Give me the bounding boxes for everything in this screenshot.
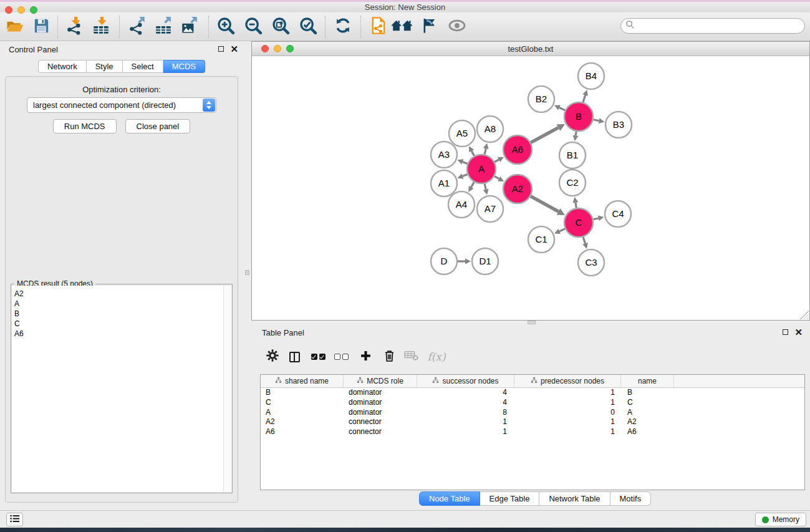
tab-network-table[interactable]: Network Table — [539, 491, 610, 506]
table-row-c[interactable]: Cdominator41C — [261, 398, 804, 408]
edge-B-B3[interactable] — [594, 118, 605, 123]
graph-node-C[interactable]: C — [564, 208, 593, 237]
window-resize-grip[interactable] — [800, 311, 809, 319]
edge-C-C1[interactable] — [554, 229, 565, 234]
zoom-in-button[interactable] — [215, 16, 237, 37]
node-table[interactable]: shared nameMCDS rolesuccessor nodesprede… — [260, 374, 805, 490]
edge-C-C3[interactable] — [582, 237, 588, 249]
close-panel-icon[interactable]: ✕ — [230, 46, 238, 52]
result-item-a6[interactable]: A6 — [14, 329, 231, 339]
graph-node-C3[interactable]: C3 — [578, 249, 604, 276]
run-mcds-button[interactable]: Run MCDS — [53, 119, 117, 133]
tab-edge-table[interactable]: Edge Table — [480, 491, 540, 506]
result-list-scrollbar[interactable] — [223, 286, 231, 492]
divider-handle[interactable] — [245, 270, 249, 275]
delete-column-button[interactable] — [379, 347, 399, 367]
show-hide-button[interactable] — [446, 16, 468, 37]
graph-node-B[interactable]: B — [564, 102, 593, 131]
export-network-button[interactable] — [126, 16, 148, 37]
edge-C-C4[interactable] — [593, 216, 604, 221]
new-network-from-file-button[interactable] — [367, 16, 390, 37]
graph-node-A[interactable]: A — [467, 155, 496, 183]
main-titlebar[interactable]: Session: New Session — [0, 2, 810, 12]
graph-node-D[interactable]: D — [431, 248, 457, 274]
export-table-button[interactable] — [152, 16, 175, 37]
zoom-out-button[interactable] — [242, 16, 264, 37]
column-header-mcds-role[interactable]: MCDS role — [344, 375, 417, 387]
import-network-button[interactable] — [64, 16, 86, 37]
column-header-predecessor-nodes[interactable]: predecessor nodes — [514, 375, 621, 387]
edge-A-A3[interactable] — [457, 159, 467, 164]
float-panel-icon[interactable] — [783, 329, 788, 335]
edge-C-C2[interactable] — [572, 197, 578, 208]
function-builder-button[interactable]: f(x) — [427, 347, 446, 367]
edge-B-B2[interactable] — [554, 105, 565, 110]
delete-table-button[interactable] — [402, 347, 422, 367]
criterion-dropdown[interactable]: largest connected component (directed) — [27, 97, 216, 113]
show-columns-button[interactable] — [284, 347, 304, 367]
tab-motifs[interactable]: Motifs — [610, 491, 652, 506]
close-panel-button[interactable]: Close panel — [125, 119, 191, 133]
result-item-c[interactable]: C — [14, 319, 231, 329]
graph-node-A2[interactable]: A2 — [503, 175, 532, 203]
table-row-a6[interactable]: A6connector11A6 — [261, 427, 804, 437]
graph-node-C4[interactable]: C4 — [605, 201, 631, 227]
edge-A-A2[interactable] — [494, 177, 504, 181]
graph-node-A8[interactable]: A8 — [477, 116, 503, 142]
result-item-a[interactable]: A — [14, 299, 231, 309]
add-column-button[interactable] — [355, 347, 375, 367]
graph-node-B3[interactable]: B3 — [605, 112, 632, 138]
edge-A2-C[interactable] — [531, 196, 565, 215]
tab-style[interactable]: Style — [87, 60, 123, 73]
edge-A-A7[interactable] — [483, 183, 489, 195]
memory-button[interactable]: Memory — [755, 513, 806, 526]
float-panel-icon[interactable] — [218, 46, 224, 52]
deselect-all-button[interactable] — [331, 347, 351, 367]
graph-node-A4[interactable]: A4 — [448, 191, 475, 218]
style-flag-button[interactable] — [418, 16, 441, 37]
task-history-button[interactable] — [6, 513, 23, 526]
tab-node-table[interactable]: Node Table — [419, 491, 480, 506]
table-row-b[interactable]: Bdominator41B — [261, 388, 804, 398]
column-header-successor-nodes[interactable]: successor nodes — [417, 375, 514, 387]
tab-mcds[interactable]: MCDS — [163, 60, 205, 73]
graph-node-C1[interactable]: C1 — [528, 226, 554, 253]
network-window-titlebar[interactable]: testGlobe.txt — [252, 42, 809, 56]
zoom-window-button[interactable] — [30, 6, 37, 14]
result-item-b[interactable]: B — [14, 309, 231, 319]
edge-A-A5[interactable] — [469, 146, 475, 156]
graph-node-A1[interactable]: A1 — [431, 170, 457, 196]
table-settings-button[interactable] — [263, 347, 282, 367]
graph-node-A3[interactable]: A3 — [431, 142, 457, 168]
close-view-button[interactable] — [261, 45, 269, 52]
search-input[interactable] — [635, 21, 804, 32]
graph-node-A6[interactable]: A6 — [503, 135, 532, 164]
edge-B-B1[interactable] — [573, 132, 579, 142]
import-table-button[interactable] — [90, 16, 112, 37]
zoom-selected-button[interactable] — [297, 16, 319, 37]
close-window-button[interactable] — [5, 6, 12, 14]
result-item-a2[interactable]: A2 — [14, 289, 231, 299]
edge-A-A1[interactable] — [457, 173, 467, 178]
edge-A6-B[interactable] — [531, 124, 565, 143]
close-panel-icon[interactable]: ✕ — [794, 329, 803, 336]
column-header-shared-name[interactable]: shared name — [261, 375, 344, 387]
open-session-button[interactable] — [4, 16, 26, 37]
fit-content-button[interactable] — [269, 16, 292, 37]
network-canvas[interactable]: B4B2BB3A8A5A6A3B1AA1C2A2A4A7C4CC1C3DD1 — [252, 57, 809, 320]
graph-node-A7[interactable]: A7 — [477, 196, 503, 222]
zoom-view-button[interactable] — [286, 45, 294, 52]
search-field[interactable] — [620, 18, 805, 34]
graph-node-C2[interactable]: C2 — [559, 170, 586, 196]
save-session-button[interactable] — [30, 16, 52, 37]
tab-select[interactable]: Select — [123, 60, 163, 73]
minimize-view-button[interactable] — [274, 45, 281, 52]
graph-node-A5[interactable]: A5 — [449, 120, 475, 147]
graph-node-B1[interactable]: B1 — [559, 142, 586, 168]
edge-A-A6[interactable] — [494, 157, 504, 162]
edge-A-A8[interactable] — [483, 143, 489, 154]
graph-node-B2[interactable]: B2 — [528, 86, 554, 112]
edge-A-A4[interactable] — [468, 182, 474, 192]
graph-node-B4[interactable]: B4 — [578, 63, 604, 89]
select-all-button[interactable] — [308, 347, 328, 367]
